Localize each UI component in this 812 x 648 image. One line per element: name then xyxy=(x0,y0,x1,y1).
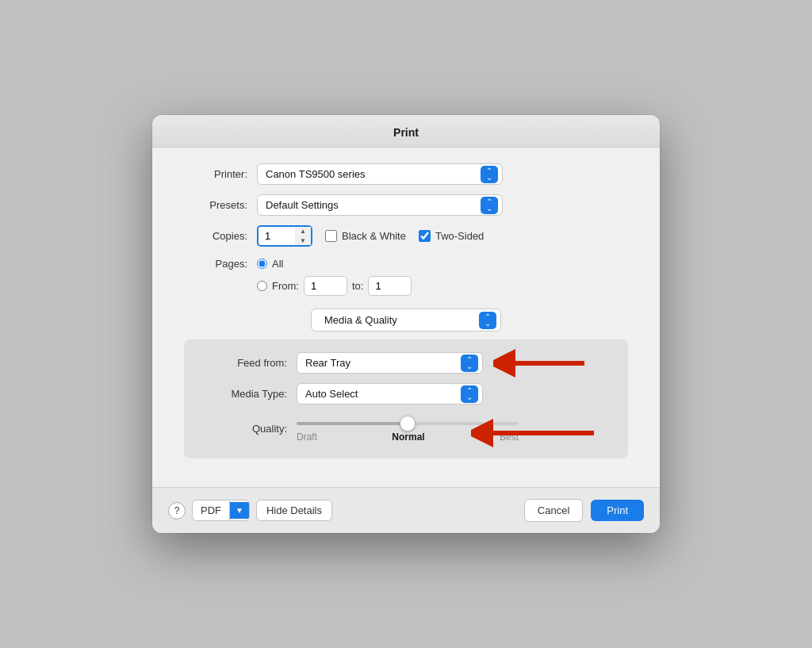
media-type-row: Media Type: Auto Select xyxy=(200,383,612,405)
pages-from-radio-item: From: xyxy=(257,280,299,292)
quality-arrow-annotation xyxy=(471,419,598,451)
presets-row: Presets: Default Settings xyxy=(184,194,628,216)
two-sided-checkbox-item: Two-Sided xyxy=(419,230,484,242)
quality-container: Draft Normal Best xyxy=(297,414,612,443)
checkbox-area: Black & White Two-Sided xyxy=(325,230,484,242)
copies-section: Copies: ▲ ▼ Black & White Two-Sided xyxy=(184,225,628,247)
pdf-button[interactable]: PDF ▼ xyxy=(192,500,250,521)
cancel-button[interactable]: Cancel xyxy=(524,499,583,522)
printer-select-wrapper: Canon TS9500 series xyxy=(257,163,503,185)
pages-to-input[interactable] xyxy=(368,276,412,296)
presets-label: Presets: xyxy=(184,199,247,211)
print-button[interactable]: Print xyxy=(591,500,644,521)
dialog-title: Print xyxy=(393,126,419,139)
presets-select[interactable]: Default Settings xyxy=(257,194,503,216)
copies-input-wrapper: ▲ ▼ xyxy=(257,225,312,247)
section-select[interactable]: Media & Quality xyxy=(311,309,501,332)
two-sided-checkbox[interactable] xyxy=(419,230,431,242)
pages-from-input[interactable] xyxy=(304,276,347,296)
help-button[interactable]: ? xyxy=(168,502,186,520)
two-sided-label: Two-Sided xyxy=(435,230,484,242)
copies-label: Copies: xyxy=(184,230,247,242)
black-white-label: Black & White xyxy=(342,230,406,242)
red-arrow-icon xyxy=(493,349,588,378)
feed-from-select[interactable]: Rear Tray xyxy=(297,352,483,374)
media-type-label: Media Type: xyxy=(200,388,287,400)
feed-from-select-wrapper: Rear Tray xyxy=(297,352,483,374)
copies-decrement-button[interactable]: ▼ xyxy=(295,236,311,246)
pages-label: Pages: xyxy=(184,258,247,270)
printer-label: Printer: xyxy=(184,168,247,180)
print-dialog: Print Printer: Canon TS9500 series Prese… xyxy=(152,115,660,533)
pages-from-row: From: to: xyxy=(257,276,628,296)
section-select-wrapper: Media & Quality xyxy=(311,309,501,332)
pages-all-radio-item: All xyxy=(257,258,283,270)
pdf-label: PDF xyxy=(193,500,230,520)
hide-details-button[interactable]: Hide Details xyxy=(256,500,332,521)
copies-stepper: ▲ ▼ xyxy=(295,227,311,245)
printer-row: Printer: Canon TS9500 series xyxy=(184,163,628,185)
printer-select[interactable]: Canon TS9500 series xyxy=(257,163,503,185)
pdf-arrow-icon: ▼ xyxy=(230,502,249,519)
feed-from-arrow-annotation xyxy=(493,349,588,378)
black-white-checkbox-item: Black & White xyxy=(325,230,406,242)
presets-select-wrapper: Default Settings xyxy=(257,194,503,216)
pages-all-label: All xyxy=(272,258,283,270)
quality-normal-label: Normal xyxy=(392,431,424,443)
quality-label: Quality: xyxy=(200,423,287,435)
feed-from-label: Feed from: xyxy=(200,357,287,369)
dialog-titlebar: Print xyxy=(152,115,660,148)
quality-row: Quality: Draft Normal Best xyxy=(200,414,612,443)
pages-section: Pages: All From: to: xyxy=(184,258,628,296)
pages-all-radio[interactable] xyxy=(257,259,267,269)
media-type-select-wrapper: Auto Select xyxy=(297,383,483,405)
media-quality-panel: Feed from: Rear Tray xyxy=(184,339,628,458)
pages-all-row: Pages: All xyxy=(184,258,628,270)
footer-right: Cancel Print xyxy=(524,499,644,522)
black-white-checkbox[interactable] xyxy=(325,230,337,242)
pages-from-label: From: xyxy=(272,280,299,292)
footer-left: ? PDF ▼ Hide Details xyxy=(168,500,332,521)
dialog-content: Printer: Canon TS9500 series Presets: De… xyxy=(152,148,660,487)
copies-increment-button[interactable]: ▲ xyxy=(295,227,311,236)
dialog-footer: ? PDF ▼ Hide Details Cancel Print xyxy=(152,487,660,533)
quality-red-arrow-icon xyxy=(471,419,598,447)
pages-from-radio[interactable] xyxy=(257,281,267,291)
feed-from-row: Feed from: Rear Tray xyxy=(200,352,612,374)
pages-to-label: to: xyxy=(352,280,363,292)
section-dropdown-wrapper: Media & Quality xyxy=(184,309,628,332)
quality-draft-label: Draft xyxy=(297,431,317,443)
media-type-select[interactable]: Auto Select xyxy=(297,383,483,405)
